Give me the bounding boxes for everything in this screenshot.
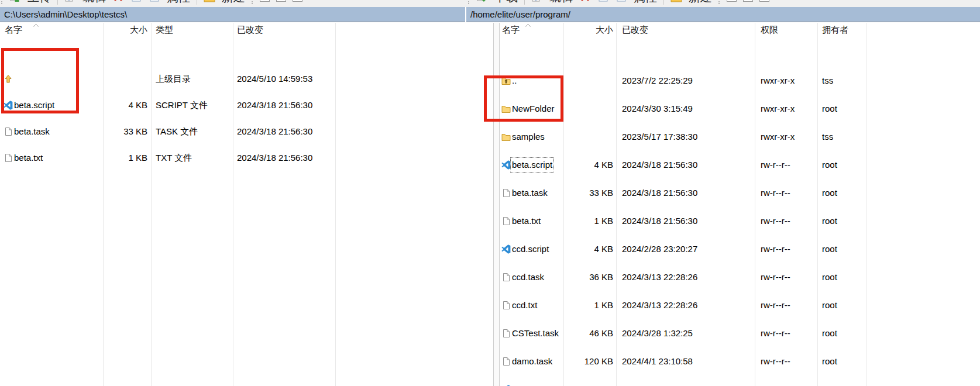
file-row[interactable]: eee.task18 KB2024/3/4 22:51:46rw-r--r--r…: [0, 304, 980, 318]
box-check-icon[interactable]: [149, 0, 160, 3]
box-icon[interactable]: [597, 0, 609, 3]
column-header-size[interactable]: 大小: [562, 23, 613, 36]
toolbar-grip[interactable]: [468, 0, 470, 4]
move-down-button[interactable]: [293, 0, 302, 2]
toolbar-separator: [524, 0, 525, 5]
column-header-name[interactable]: 名字: [502, 23, 520, 36]
edit-button[interactable]: 编辑: [549, 0, 573, 5]
toolbar-grip[interactable]: [252, 0, 253, 4]
file-row[interactable]: eee.script5 KB2024/3/4 22:51:46rw-r--r--…: [0, 290, 980, 304]
address-bar-remote[interactable]: /home/elite/user/program/: [466, 7, 980, 22]
edit-icon[interactable]: [531, 0, 543, 3]
new-button[interactable]: 新建: [689, 0, 712, 5]
file-row[interactable]: ..2023/7/2 22:25:29rwxr-xr-xtss: [0, 37, 980, 51]
new-button[interactable]: 新建: [222, 0, 245, 5]
column-header-changed[interactable]: 已改变: [622, 23, 648, 36]
move-down-button[interactable]: [759, 0, 769, 2]
properties-button[interactable]: 属性: [167, 0, 190, 5]
edit-button[interactable]: 编辑: [82, 0, 106, 5]
file-row[interactable]: damo.task120 KB2024/4/1 23:10:58rw-r--r-…: [0, 177, 980, 191]
column-header-changed[interactable]: 已改变: [237, 23, 263, 36]
upload-button[interactable]: 上传: [27, 0, 51, 5]
file-row[interactable]: damo.task.script18 KB2024/4/1 23:10:58rw…: [0, 191, 980, 205]
file-row[interactable]: default.configuratio...1 KB2024/5/10 21:…: [0, 233, 980, 247]
column-header-owner[interactable]: 拥有者: [822, 23, 848, 36]
highlight-box-local: [1, 48, 79, 113]
delete-icon[interactable]: [112, 0, 124, 3]
column-header-size[interactable]: 大小: [103, 23, 147, 36]
edit-icon[interactable]: [64, 0, 76, 3]
file-row[interactable]: e3333.task.script14 KB2024/3/30 3:23:24r…: [0, 261, 980, 275]
box-icon[interactable]: [130, 0, 142, 3]
column-header-type[interactable]: 类型: [156, 23, 173, 36]
toolbar-grip[interactable]: [1, 0, 3, 4]
file-row[interactable]: ccd.task36 KB2024/3/13 22:28:26rw-r--r--…: [0, 135, 980, 149]
small-button[interactable]: [276, 0, 286, 2]
new-folder-icon[interactable]: [670, 0, 682, 3]
upload-icon[interactable]: [9, 0, 21, 3]
move-up-button[interactable]: [260, 0, 270, 2]
new-folder-icon[interactable]: [204, 0, 215, 3]
delete-icon[interactable]: [579, 0, 591, 3]
sort-ascending-icon: [33, 23, 39, 27]
file-row[interactable]: eee.txt1 KB2024/3/4 22:51:46rw-r--r--roo…: [0, 318, 980, 332]
sort-ascending-icon: [525, 23, 531, 27]
toolbar-separator: [57, 0, 58, 5]
file-row[interactable]: exsocket.log.21,024 KB2024/3/15 2:03:38r…: [0, 374, 980, 386]
properties-button[interactable]: 属性: [634, 0, 657, 5]
file-row[interactable]: exsocket.log977 KB2024/5/10 19:02:21rw-r…: [0, 346, 980, 360]
file-row[interactable]: e3333.txt1 KB2024/3/30 3:23:24rw-r--r--r…: [0, 275, 980, 290]
column-header-name[interactable]: 名字: [5, 23, 22, 36]
column-header-rights[interactable]: 权限: [761, 23, 778, 36]
move-up-button[interactable]: [727, 0, 737, 2]
file-row[interactable]: ELITECOs1 KB2024/2/26 22:25:53rwxrwxrwxr…: [0, 332, 980, 346]
file-row[interactable]: ccd.txt1 KB2024/3/13 22:28:26rw-r--r--ro…: [0, 149, 980, 163]
file-row[interactable]: damo.txt1 KB2024/4/1 23:10:58rw-r--r--ro…: [0, 205, 980, 219]
file-row[interactable]: ccd.script4 KB2024/2/28 23:20:27rw-r--r-…: [0, 121, 980, 135]
toolbar-grip[interactable]: [718, 0, 720, 4]
address-bar-local[interactable]: C:\Users\admin\Desktop\testcs\: [0, 7, 465, 22]
small-button[interactable]: [743, 0, 753, 2]
toolbar-clipped: 上传编辑属性新建 下载编辑属性新建: [0, 0, 980, 7]
file-row[interactable]: NewFolder2024/3/30 3:15:49rwxr-xr-xroot: [0, 51, 980, 65]
download-icon[interactable]: [476, 0, 488, 3]
file-row[interactable]: e3333.task45 KB2024/3/30 3:23:24rw-r--r-…: [0, 247, 980, 261]
toolbar-separator: [197, 0, 197, 5]
download-button[interactable]: 下载: [494, 0, 518, 5]
file-row[interactable]: exsocket.log.11,024 KB2024/3/18 20:37:07…: [0, 360, 980, 374]
box-check-icon[interactable]: [615, 0, 627, 3]
highlight-box-remote: [484, 75, 563, 122]
file-transfer-window: 上传编辑属性新建 下载编辑属性新建 C:\Users\admin\Desktop…: [0, 0, 980, 386]
file-row[interactable]: default.configuration21 KB2024/5/10 21:5…: [0, 219, 980, 233]
toolbar-separator: [663, 0, 664, 5]
file-row[interactable]: CSTest.task46 KB2024/3/28 1:32:25rw-r--r…: [0, 163, 980, 177]
